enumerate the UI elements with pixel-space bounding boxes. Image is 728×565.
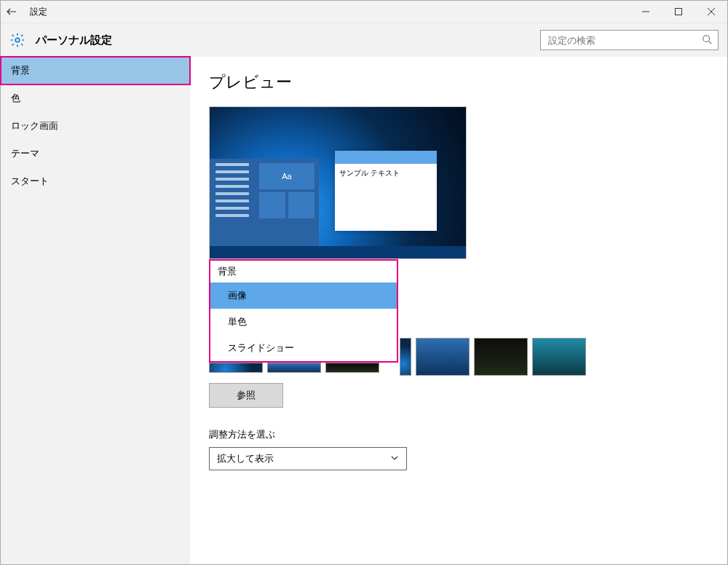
sidebar-item-theme[interactable]: テーマ <box>1 140 190 167</box>
search-box[interactable] <box>540 30 719 50</box>
svg-rect-0 <box>675 9 681 15</box>
titlebar: 設定 <box>1 1 727 23</box>
background-thumbnail[interactable] <box>325 363 379 373</box>
background-dropdown-group: 背景 画像 単色 スライドショー <box>209 259 398 363</box>
background-option-image[interactable]: 画像 <box>210 282 397 309</box>
background-thumbnail[interactable] <box>400 338 411 376</box>
close-button[interactable] <box>695 1 727 23</box>
preview-heading: プレビュー <box>209 71 708 93</box>
gear-icon <box>9 32 25 48</box>
header: パーソナル設定 <box>1 23 727 57</box>
svg-point-2 <box>703 35 710 42</box>
sidebar-item-label: 背景 <box>11 64 30 77</box>
sidebar-item-lockscreen[interactable]: ロック画面 <box>1 112 190 140</box>
search-input[interactable] <box>547 34 702 47</box>
background-option-slideshow[interactable]: スライドショー <box>210 335 397 361</box>
window-title: 設定 <box>23 6 47 18</box>
sidebar-item-color[interactable]: 色 <box>1 84 190 112</box>
sidebar-item-label: テーマ <box>11 147 39 160</box>
fit-label: 調整方法を選ぶ <box>209 428 708 441</box>
background-option-solid[interactable]: 単色 <box>210 309 397 335</box>
background-thumbnail[interactable] <box>267 363 321 373</box>
maximize-button[interactable] <box>662 1 695 23</box>
preview-taskbar <box>210 246 466 258</box>
settings-window: 設定 パーソナル設定 背景 色 ロック画面 テーマ <box>0 0 728 565</box>
preview-tile-aa: Aa <box>259 163 314 189</box>
background-thumbnail[interactable] <box>416 338 470 376</box>
sidebar-item-label: ロック画面 <box>11 119 58 133</box>
page-title: パーソナル設定 <box>36 33 112 47</box>
minimize-button[interactable] <box>629 1 662 23</box>
browse-button[interactable]: 参照 <box>209 383 283 408</box>
sidebar-item-label: 色 <box>11 92 20 105</box>
background-thumbnail[interactable] <box>532 338 586 376</box>
background-thumbnail[interactable] <box>474 338 528 376</box>
preview-tile <box>259 192 285 218</box>
preview-sample-text: サンプル テキスト <box>335 164 437 183</box>
svg-point-1 <box>15 38 20 42</box>
chevron-down-icon <box>390 454 399 465</box>
sidebar: 背景 色 ロック画面 テーマ スタート <box>1 57 190 564</box>
sidebar-item-background[interactable]: 背景 <box>1 57 190 84</box>
fit-selected-value: 拡大して表示 <box>217 452 274 465</box>
preview-tile <box>288 192 314 218</box>
background-thumbnail[interactable] <box>209 363 263 373</box>
preview-sample-window: サンプル テキスト <box>335 151 437 231</box>
fit-select[interactable]: 拡大して表示 <box>209 447 407 470</box>
content-area: プレビュー Aa サンプル テキスト <box>190 57 727 564</box>
sidebar-item-label: スタート <box>11 175 49 188</box>
desktop-preview: Aa サンプル テキスト <box>209 106 467 259</box>
back-button[interactable] <box>1 1 23 23</box>
search-icon <box>702 34 712 47</box>
sidebar-item-start[interactable]: スタート <box>1 167 190 195</box>
background-dropdown[interactable]: 画像 単色 スライドショー <box>210 282 397 361</box>
background-label: 背景 <box>218 265 397 278</box>
